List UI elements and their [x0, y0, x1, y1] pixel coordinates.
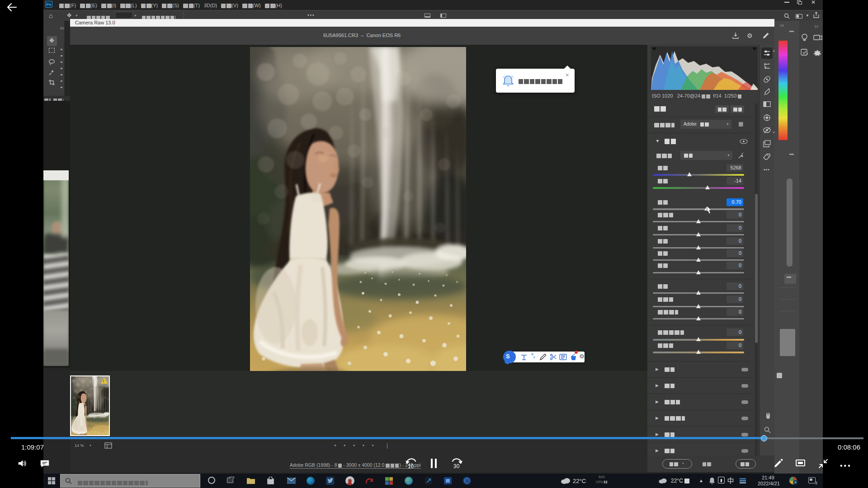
- svg-text:!: !: [103, 379, 104, 384]
